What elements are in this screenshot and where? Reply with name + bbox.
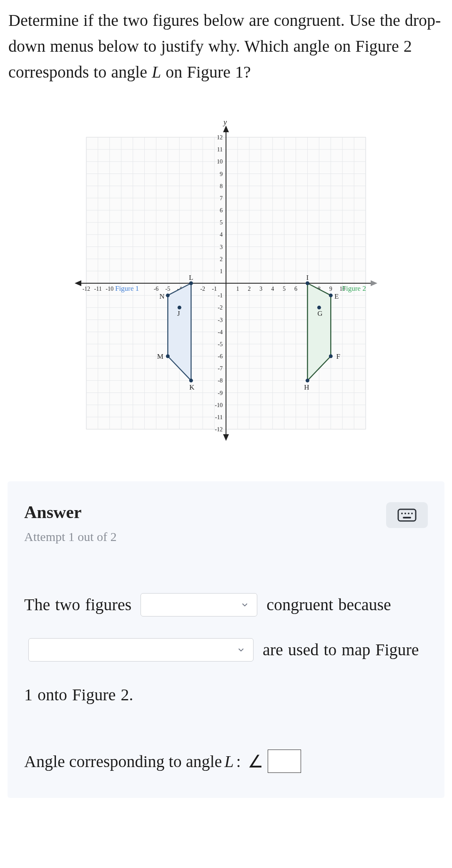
svg-marker-55 [223, 126, 229, 132]
svg-text:H: H [304, 383, 309, 391]
svg-text:G: G [317, 309, 322, 317]
svg-text:M: M [157, 352, 163, 360]
svg-point-127 [411, 513, 413, 514]
svg-point-114 [329, 294, 333, 297]
svg-text:10: 10 [217, 159, 223, 165]
svg-text:-4: -4 [218, 329, 223, 335]
graph-container: y1-12-23-34-45-56-67-78-89-910-1011-1112… [0, 102, 452, 481]
angle-symbol: ∠ [248, 751, 264, 772]
svg-marker-53 [371, 280, 377, 286]
svg-text:-6: -6 [154, 286, 159, 292]
angle-input[interactable] [268, 750, 301, 773]
svg-point-125 [404, 513, 406, 514]
svg-marker-56 [223, 434, 229, 441]
svg-text:9: 9 [329, 286, 332, 292]
svg-text:6: 6 [220, 207, 223, 214]
coordinate-graph: y1-12-23-34-45-56-67-78-89-910-1011-1112… [68, 118, 384, 448]
svg-text:-2: -2 [200, 286, 205, 292]
svg-text:12: 12 [217, 134, 223, 141]
svg-text:8: 8 [220, 183, 223, 189]
svg-point-103 [166, 294, 170, 297]
question-var-L: L [152, 63, 161, 81]
fill-in-sentence: The two figures congruent because are us… [24, 581, 428, 716]
svg-point-115 [317, 306, 321, 309]
svg-text:-10: -10 [215, 402, 223, 408]
svg-point-126 [408, 513, 409, 514]
svg-text:11: 11 [217, 146, 223, 153]
svg-text:1: 1 [236, 286, 239, 292]
svg-point-105 [166, 355, 170, 358]
svg-point-116 [329, 355, 333, 358]
svg-text:9: 9 [220, 171, 223, 177]
svg-text:J: J [177, 309, 180, 317]
svg-text:2: 2 [248, 286, 251, 292]
svg-text:F: F [336, 352, 340, 360]
svg-text:-8: -8 [218, 377, 223, 384]
question-post: on Figure 1? [161, 63, 251, 81]
svg-text:5: 5 [283, 286, 286, 292]
svg-text:5: 5 [220, 219, 223, 226]
sentence-p4: are used [263, 640, 319, 659]
svg-text:-3: -3 [218, 317, 223, 323]
answer-title: Answer [24, 502, 117, 522]
corresponding-angle-line: Angle corresponding to angle L : ∠ [24, 750, 428, 773]
svg-text:3: 3 [220, 244, 223, 250]
svg-text:4: 4 [271, 286, 274, 292]
svg-text:-11: -11 [215, 414, 223, 420]
svg-text:Figure 2: Figure 2 [342, 284, 366, 292]
svg-text:K: K [189, 383, 195, 391]
svg-text:-12: -12 [83, 286, 90, 292]
svg-text:3: 3 [259, 286, 262, 292]
svg-text:2: 2 [220, 256, 223, 262]
svg-text:-10: -10 [105, 286, 113, 292]
svg-text:E: E [334, 292, 339, 300]
svg-text:-12: -12 [215, 426, 223, 433]
chevron-down-icon [240, 600, 249, 609]
svg-point-102 [189, 282, 193, 285]
svg-text:-2: -2 [218, 304, 223, 311]
svg-text:6: 6 [294, 286, 297, 292]
keyboard-icon [397, 508, 417, 522]
svg-text:N: N [159, 292, 164, 300]
svg-point-106 [189, 379, 193, 382]
svg-rect-123 [398, 509, 416, 521]
svg-text:7: 7 [220, 195, 223, 201]
svg-text:-6: -6 [218, 353, 223, 360]
svg-text:-1: -1 [212, 286, 217, 292]
svg-point-113 [306, 282, 309, 285]
answer-panel: Answer Attempt 1 out of 2 The two figure… [8, 481, 444, 798]
reason-select[interactable] [28, 638, 254, 662]
question-text: Determine if the two figures below are c… [0, 0, 452, 102]
svg-text:4: 4 [220, 231, 223, 238]
svg-point-124 [401, 513, 403, 514]
svg-text:I: I [306, 274, 309, 282]
svg-text:-5: -5 [218, 341, 223, 347]
chevron-down-icon [236, 645, 246, 654]
sentence-p3: because [338, 595, 391, 614]
congruent-select[interactable] [141, 593, 257, 616]
svg-marker-54 [75, 280, 81, 286]
svg-point-117 [306, 379, 309, 382]
svg-text:y: y [223, 118, 227, 126]
svg-text:L: L [189, 274, 193, 282]
svg-text:-1: -1 [218, 292, 223, 299]
svg-point-104 [178, 306, 181, 309]
keyboard-button[interactable] [386, 502, 428, 528]
svg-text:-11: -11 [94, 286, 102, 292]
corr-pre: Angle corresponding to angle [24, 752, 222, 771]
svg-text:1: 1 [220, 268, 223, 274]
svg-text:-5: -5 [166, 286, 171, 292]
svg-text:Figure 1: Figure 1 [115, 284, 139, 292]
sentence-p1: The two figures [24, 595, 131, 614]
svg-rect-128 [403, 517, 411, 518]
sentence-p2: congruent [266, 595, 333, 614]
corr-var-L: L [224, 752, 234, 771]
corr-post: : [236, 752, 241, 771]
attempt-counter: Attempt 1 out of 2 [24, 530, 117, 544]
svg-text:-7: -7 [218, 365, 223, 372]
svg-text:-9: -9 [218, 390, 223, 396]
